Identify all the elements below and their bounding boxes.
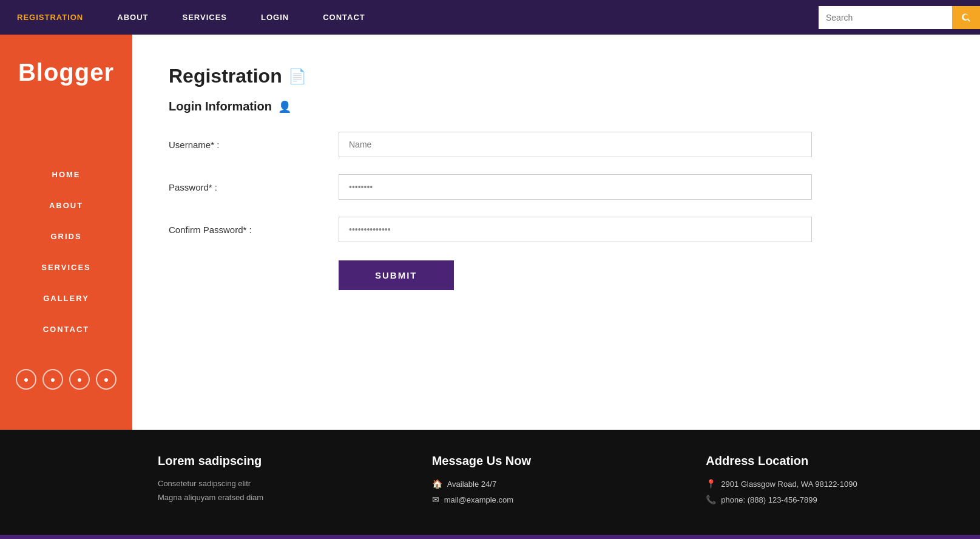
footer-address-text: 2901 Glassgow Road, WA 98122-1090 [721, 480, 857, 489]
footer-col3-title: Address Location [706, 454, 944, 468]
google-icon[interactable]: ● [42, 369, 63, 390]
sidebar-item-about[interactable]: ABOUT [0, 190, 132, 221]
footer-col1-title: Lorem sadipscing [158, 454, 396, 468]
submit-button[interactable]: SUBMIT [339, 260, 454, 290]
phone-icon: 📞 [706, 495, 716, 504]
sidebar-item-gallery[interactable]: GALLERY [0, 283, 132, 314]
location-icon: 📍 [706, 479, 716, 489]
username-label: Username* : [169, 140, 339, 150]
footer-available: 🏠 Available 24/7 [432, 479, 670, 489]
facebook-icon[interactable]: ● [16, 369, 36, 390]
nav-item-contact[interactable]: CONTACT [306, 0, 382, 35]
footer-phone-text: phone: (888) 123-456-7899 [721, 495, 817, 504]
nav-item-about[interactable]: ABOUT [100, 0, 165, 35]
footer-col1-line2: Magna aliquyam eratsed diam [158, 493, 396, 502]
footer-address: 📍 2901 Glassgow Road, WA 98122-1090 [706, 479, 944, 489]
search-button[interactable] [952, 6, 980, 29]
footer-col-address: Address Location 📍 2901 Glassgow Road, W… [706, 454, 944, 510]
sidebar-social: ● ● ● ● [16, 369, 117, 402]
sidebar-item-services[interactable]: SERVICES [0, 252, 132, 283]
footer: Lorem sadipscing Consetetur sadipscing e… [0, 430, 980, 535]
nav-item-registration[interactable]: REGISTRATION [0, 0, 100, 35]
submit-area: SUBMIT [169, 260, 944, 290]
user-icon: 👤 [278, 100, 291, 114]
sidebar-item-home[interactable]: HOME [0, 159, 132, 190]
copyright-bar: Copyright © 2016.Company name All rights… [0, 535, 980, 539]
top-nav: REGISTRATION ABOUT SERVICES LOGIN CONTAC… [0, 0, 980, 35]
page-title: Registration 📄 [169, 65, 944, 87]
main-layout: Blogger HOME ABOUT GRIDS SERVICES GALLER… [0, 35, 980, 430]
sidebar-item-grids[interactable]: GRIDS [0, 221, 132, 252]
nav-item-services[interactable]: SERVICES [165, 0, 244, 35]
username-row: Username* : [169, 132, 944, 157]
nav-search [819, 6, 980, 29]
username-input[interactable] [339, 132, 812, 157]
twitter-icon[interactable]: ● [69, 369, 90, 390]
confirm-password-input[interactable] [339, 217, 812, 242]
sidebar-item-contact[interactable]: CONTACT [0, 314, 132, 345]
confirm-password-row: Confirm Password* : [169, 217, 944, 242]
confirm-password-label: Confirm Password* : [169, 225, 339, 235]
footer-available-text: Available 24/7 [447, 480, 496, 489]
footer-phone: 📞 phone: (888) 123-456-7899 [706, 495, 944, 504]
nav-items: REGISTRATION ABOUT SERVICES LOGIN CONTAC… [0, 0, 819, 35]
sidebar-logo: Blogger [18, 59, 114, 86]
content-area: Registration 📄 Login Information 👤 Usern… [132, 35, 980, 430]
password-input[interactable] [339, 174, 812, 200]
page-title-icon: 📄 [288, 68, 306, 85]
sidebar-nav: HOME ABOUT GRIDS SERVICES GALLERY CONTAC… [0, 159, 132, 345]
footer-col2-title: Message Us Now [432, 454, 670, 468]
footer-col1-line1: Consetetur sadipscing elitr [158, 479, 396, 488]
footer-col-message: Message Us Now 🏠 Available 24/7 ✉ mail@e… [432, 454, 670, 510]
search-icon [961, 12, 972, 23]
sidebar: Blogger HOME ABOUT GRIDS SERVICES GALLER… [0, 35, 132, 430]
footer-col-lorem: Lorem sadipscing Consetetur sadipscing e… [158, 454, 396, 510]
email-icon: ✉ [432, 495, 439, 504]
rss-icon[interactable]: ● [96, 369, 117, 390]
home-icon: 🏠 [432, 479, 442, 489]
footer-email-text: mail@example.com [444, 495, 513, 504]
section-title: Login Information 👤 [169, 100, 944, 114]
nav-item-login[interactable]: LOGIN [244, 0, 306, 35]
search-input[interactable] [819, 6, 952, 29]
footer-email: ✉ mail@example.com [432, 495, 670, 504]
password-label: Password* : [169, 182, 339, 192]
password-row: Password* : [169, 174, 944, 200]
